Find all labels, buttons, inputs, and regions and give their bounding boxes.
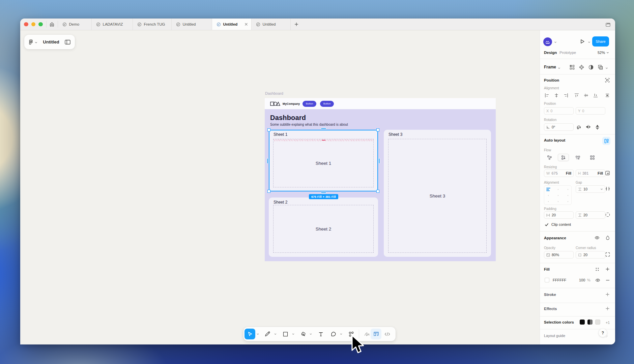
home-button[interactable] xyxy=(47,19,58,30)
selection-color-swatch-dark[interactable] xyxy=(587,320,593,325)
file-tab-3[interactable]: French TUG xyxy=(133,19,172,30)
dev-mode-button[interactable] xyxy=(382,329,393,339)
distribute-icon[interactable] xyxy=(605,93,610,98)
flow-vertical-button[interactable] xyxy=(558,154,569,161)
frame-type-dropdown[interactable]: Frame xyxy=(544,65,556,69)
file-tab-2[interactable]: LADATAVIZ xyxy=(92,19,133,30)
gap-field[interactable]: 10 xyxy=(576,185,605,193)
resize-handle-right[interactable] xyxy=(379,158,380,163)
flow-freeform-button[interactable] xyxy=(544,154,555,161)
file-tab-6[interactable]: Untitled xyxy=(252,19,291,30)
add-stroke-icon[interactable] xyxy=(605,292,610,297)
fill-hex-value[interactable]: FFFFFF xyxy=(553,278,566,282)
chevron-down-icon[interactable] xyxy=(588,40,590,44)
auto-layout-active-button[interactable] xyxy=(602,137,610,145)
sheet-1-card[interactable]: Sheet 1 Sheet 1 xyxy=(269,130,378,191)
styles-icon[interactable] xyxy=(595,267,600,272)
add-effect-icon[interactable] xyxy=(605,306,610,311)
selection-colors-overflow[interactable]: +1 xyxy=(606,321,610,325)
file-tab-4[interactable]: Untitled xyxy=(172,19,212,30)
minimize-window-button[interactable] xyxy=(31,22,36,27)
fill-color-swatch[interactable] xyxy=(545,278,549,282)
file-tab-5[interactable]: Untitled xyxy=(212,19,252,30)
figma-logo-icon[interactable] xyxy=(28,39,33,45)
zoom-window-button[interactable] xyxy=(38,22,43,27)
chevron-down-icon[interactable] xyxy=(35,39,37,45)
close-tab-icon[interactable] xyxy=(244,23,248,26)
design-canvas[interactable]: Untitled Dashboard MyCompany Button Butt… xyxy=(20,30,540,344)
corner-radius-field[interactable]: 20 xyxy=(576,251,605,259)
pencil-tool-button[interactable] xyxy=(262,329,273,339)
horizontal-padding-field[interactable]: 20 xyxy=(544,211,574,219)
sheet-2-card[interactable]: Sheet 2 Sheet 2 xyxy=(269,198,378,257)
comment-tool-menu[interactable] xyxy=(339,332,343,336)
flip-horizontal-icon[interactable] xyxy=(586,125,591,129)
clip-content-row[interactable]: Clip content xyxy=(540,222,615,228)
move-tool-button[interactable] xyxy=(244,329,255,339)
new-tab-button[interactable] xyxy=(291,19,302,30)
align-right-icon[interactable] xyxy=(564,93,568,98)
flip-vertical-icon[interactable] xyxy=(595,125,600,130)
resize-handle-left[interactable] xyxy=(267,158,268,163)
selection-color-swatch-light[interactable] xyxy=(595,320,600,325)
add-fill-icon[interactable] xyxy=(605,267,610,271)
resize-constraint-icon[interactable] xyxy=(605,171,610,176)
rotation-field[interactable]: 0° xyxy=(544,123,574,131)
shape-tool-menu[interactable] xyxy=(291,332,295,336)
individual-corners-icon[interactable] xyxy=(605,252,610,257)
selection-color-swatch-black[interactable] xyxy=(580,320,585,325)
chevron-down-icon[interactable] xyxy=(600,188,603,190)
component-grid-icon[interactable] xyxy=(570,65,575,70)
width-field[interactable]: W 675 Fill xyxy=(544,170,574,177)
w-mode[interactable]: Fill xyxy=(566,171,571,175)
distribute-spacing-icon[interactable] xyxy=(605,186,610,191)
pen-tool-menu[interactable] xyxy=(309,332,312,336)
rotate-icon[interactable] xyxy=(576,125,581,130)
pen-tool-button[interactable] xyxy=(297,329,308,339)
align-v-center-icon[interactable] xyxy=(584,93,588,98)
share-button[interactable]: Share xyxy=(592,36,609,47)
file-tab-1[interactable]: Demo xyxy=(58,19,92,30)
tab-prototype[interactable]: Prototype xyxy=(559,51,576,55)
y-position-field[interactable]: Y0 xyxy=(576,107,605,115)
move-tool-menu[interactable] xyxy=(256,332,259,336)
opacity-field[interactable]: 80% xyxy=(544,251,574,259)
nav-button-2[interactable]: Button xyxy=(320,101,334,107)
pencil-tool-menu[interactable] xyxy=(273,332,277,336)
fill-visibility-eye-icon[interactable] xyxy=(595,278,600,282)
bool-group-icon[interactable] xyxy=(598,65,603,70)
vertical-padding-field[interactable]: 20 xyxy=(576,211,605,219)
toggle-panel-icon[interactable] xyxy=(65,40,70,44)
text-tool-button[interactable] xyxy=(315,329,326,339)
chevron-down-icon[interactable] xyxy=(605,66,608,70)
height-field[interactable]: H 381 Fill xyxy=(576,170,605,177)
mask-icon[interactable] xyxy=(588,65,594,70)
active-plugin-button[interactable] xyxy=(371,329,381,339)
blend-droplet-icon[interactable] xyxy=(606,235,610,240)
fill-opacity-value[interactable]: 100 xyxy=(579,278,585,282)
flow-wrap-button[interactable] xyxy=(587,154,598,161)
chevron-down-icon[interactable] xyxy=(554,40,557,44)
zoom-control[interactable]: 52% xyxy=(598,51,609,55)
resize-handle-bottom[interactable] xyxy=(321,192,326,193)
remove-fill-icon[interactable] xyxy=(606,280,610,281)
x-position-field[interactable]: X0 xyxy=(544,107,574,115)
eye-icon[interactable] xyxy=(595,236,600,240)
nav-button-1[interactable]: Button xyxy=(302,101,316,107)
individual-padding-icon[interactable] xyxy=(605,212,610,217)
close-window-button[interactable] xyxy=(24,22,28,27)
shape-tool-button[interactable] xyxy=(280,329,291,339)
actions-tool-button[interactable] xyxy=(346,329,356,339)
h-mode[interactable]: Fill xyxy=(598,171,603,175)
flow-horizontal-button[interactable] xyxy=(572,154,583,161)
dashboard-frame[interactable]: MyCompany Button Button Dashboard Some s… xyxy=(265,98,496,261)
help-button[interactable]: ? xyxy=(599,329,607,337)
window-overview-button[interactable] xyxy=(606,22,610,28)
chevron-down-icon[interactable] xyxy=(558,66,560,70)
frame-name-label[interactable]: Dashboard xyxy=(265,91,283,95)
padding-handle[interactable] xyxy=(322,140,325,141)
align-left-icon[interactable] xyxy=(545,93,549,98)
tab-design[interactable]: Design xyxy=(544,51,557,55)
resize-handle-top[interactable] xyxy=(321,128,326,129)
component-icon[interactable] xyxy=(579,65,584,70)
